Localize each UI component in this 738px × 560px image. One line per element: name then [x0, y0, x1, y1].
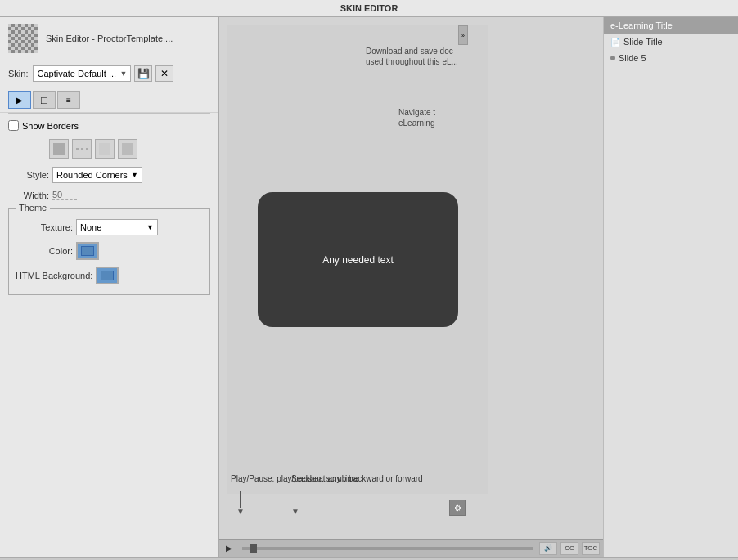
arrow-down-icon2: ▼ — [291, 507, 299, 516]
left-panel: Skin Editor - ProctorTemplate.... Skin: … — [0, 17, 219, 557]
style-label: Style: — [8, 170, 49, 180]
volume-icon: 🔊 — [544, 544, 552, 552]
tab-borders[interactable]: □ — [33, 91, 56, 109]
border-style-solid[interactable] — [49, 139, 69, 159]
tab-toc[interactable]: ≡ — [57, 91, 80, 109]
sidebar-collapse-button[interactable]: » — [458, 25, 468, 45]
slide-list: 📄 Slide Title Slide 5 — [604, 34, 738, 557]
delete-button[interactable]: ✕ — [155, 65, 173, 82]
border-style-dashed[interactable] — [72, 139, 92, 159]
html-bg-picker[interactable] — [96, 267, 119, 284]
chevron-down-icon: ▼ — [146, 223, 154, 231]
arrow-down-icon: ▼ — [236, 507, 245, 516]
skin-dropdown-value: Captivate Default ... — [37, 69, 116, 78]
slide-5-label: Slide 5 — [619, 53, 646, 63]
slide-item-title[interactable]: 📄 Slide Title — [604, 34, 738, 50]
panel-title: Skin Editor - ProctorTemplate.... — [46, 34, 173, 43]
playpause-arrow: ▼ — [236, 491, 245, 516]
title-bar: SKIN EDITOR — [0, 0, 738, 17]
card-text: Any needed text — [322, 254, 394, 266]
seekbar-label: Seekbar: scrub backward or forward — [291, 474, 423, 483]
border-style-none[interactable] — [95, 139, 115, 159]
toc-icon: ≡ — [66, 96, 71, 105]
show-borders-checkbox[interactable] — [8, 120, 19, 131]
right-area: Any needed text Download and save doc us… — [219, 17, 738, 557]
color-row: Color: — [16, 239, 203, 263]
panel-icon — [8, 24, 38, 53]
slide-item-label: Slide Title — [623, 37, 663, 47]
width-value: 50 — [52, 190, 77, 200]
width-row: Width: 50 — [0, 186, 218, 204]
preview-sidebar: e-Learning Title 📄 Slide Title Slide 5 — [603, 17, 738, 557]
checker-icon — [8, 24, 38, 53]
seekbar-arrow: ▼ — [291, 491, 299, 516]
volume-button[interactable]: 🔊 — [539, 542, 557, 555]
slide-area: Any needed text — [227, 25, 488, 494]
texture-value: None — [80, 222, 101, 232]
progress-track[interactable] — [242, 547, 533, 550]
color-picker[interactable] — [76, 242, 99, 260]
save-icon: 💾 — [137, 68, 150, 79]
theme-legend: Theme — [16, 203, 50, 213]
width-label: Width: — [8, 190, 49, 200]
main-preview: Any needed text Download and save doc us… — [219, 17, 603, 557]
color-swatch — [81, 246, 94, 256]
play-icon: ▶ — [226, 544, 232, 553]
preview-content: Any needed text Download and save doc us… — [219, 17, 603, 539]
tab-playbar[interactable]: ▶ — [8, 91, 31, 109]
main-layout: Skin Editor - ProctorTemplate.... Skin: … — [0, 17, 738, 557]
theme-group: Theme Texture: None ▼ Color: HTML Backgr… — [8, 208, 210, 295]
save-button[interactable]: 💾 — [134, 65, 152, 82]
tab-row: ▶ □ ≡ — [0, 87, 218, 113]
gear-icon: ⚙ — [454, 504, 461, 513]
settings-button[interactable]: ⚙ — [449, 500, 466, 516]
html-bg-label: HTML Background: — [16, 271, 92, 280]
slide-icon: 📄 — [610, 38, 620, 47]
show-borders-row: Show Borders — [0, 114, 218, 137]
texture-dropdown[interactable]: None ▼ — [76, 219, 158, 235]
texture-row: Texture: None ▼ — [16, 216, 203, 239]
chevron-right-icon: » — [461, 33, 465, 38]
dark-card: Any needed text — [258, 192, 458, 327]
cc-icon: CC — [565, 544, 574, 552]
download-text: Download and save doc used throughout th… — [366, 46, 464, 67]
border-icon: □ — [41, 94, 47, 106]
playbar: ▶ 🔊 CC TOC — [219, 539, 603, 557]
progress-thumb[interactable] — [250, 544, 257, 553]
status-bar: ◢ — [0, 557, 738, 560]
play-button[interactable]: ▶ — [223, 542, 236, 555]
html-bg-row: HTML Background: — [16, 263, 203, 288]
border-icons-row — [0, 137, 218, 164]
style-dropdown-value: Rounded Corners — [56, 170, 128, 180]
elearning-title-label: e-Learning Title — [610, 20, 673, 30]
skin-label: Skin: — [8, 69, 28, 78]
toc-button[interactable]: TOC — [582, 542, 600, 555]
play-icon: ▶ — [16, 96, 23, 105]
texture-label: Texture: — [16, 222, 73, 232]
skin-dropdown[interactable]: Captivate Default ... ▼ — [33, 65, 131, 82]
style-dropdown[interactable]: Rounded Corners ▼ — [52, 167, 142, 183]
slide-item-5[interactable]: Slide 5 — [604, 50, 738, 66]
skin-row: Skin: Captivate Default ... ▼ 💾 ✕ — [0, 60, 218, 87]
title-bar-label: SKIN EDITOR — [340, 3, 398, 13]
elearning-title-bar: e-Learning Title — [604, 17, 738, 34]
dot-icon — [610, 56, 615, 60]
style-row: Style: Rounded Corners ▼ — [0, 164, 218, 186]
navigate-text: Navigate t eLearning — [398, 107, 464, 128]
cc-button[interactable]: CC — [560, 542, 578, 555]
border-style-double[interactable] — [118, 139, 137, 159]
panel-header: Skin Editor - ProctorTemplate.... — [0, 17, 218, 60]
chevron-down-icon: ▼ — [131, 171, 138, 179]
chevron-down-icon: ▼ — [120, 69, 128, 78]
delete-icon: ✕ — [160, 68, 169, 79]
html-bg-swatch — [101, 271, 114, 280]
show-borders-label[interactable]: Show Borders — [22, 121, 79, 131]
preview-area: Any needed text Download and save doc us… — [219, 17, 738, 557]
toc-icon: TOC — [584, 544, 598, 552]
color-label: Color: — [16, 246, 73, 256]
